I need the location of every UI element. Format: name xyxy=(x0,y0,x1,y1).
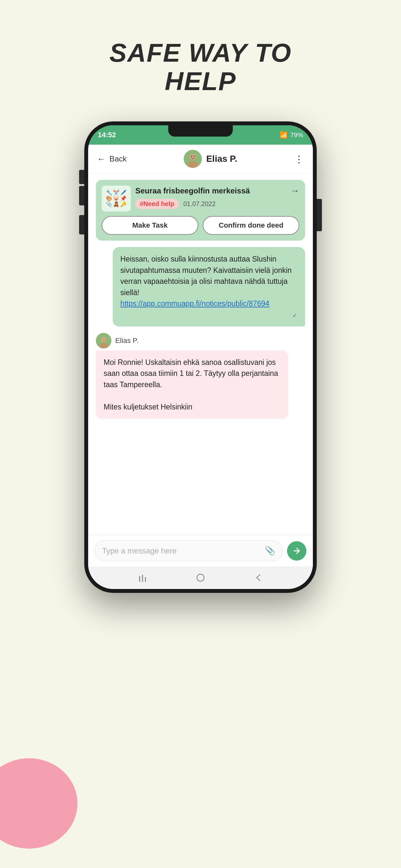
back-arrow-icon[interactable]: ← xyxy=(97,154,105,164)
author-name: Elias P. xyxy=(115,337,138,345)
svg-rect-9 xyxy=(142,575,143,582)
svg-rect-8 xyxy=(139,576,140,582)
message-link[interactable]: https://app.commuapp.fi/notices/public/8… xyxy=(120,299,270,308)
power-button xyxy=(317,199,322,231)
make-task-button[interactable]: Make Task xyxy=(102,216,198,235)
svg-point-6 xyxy=(101,337,106,342)
message-bubble-theirs: Moi Ronnie! Uskaltaisin ehkä sanoa osall… xyxy=(96,350,288,419)
message-text-theirs: Moi Ronnie! Uskaltaisin ehkä sanoa osall… xyxy=(104,358,278,411)
svg-rect-10 xyxy=(145,577,146,582)
task-card-arrow-icon[interactable]: → xyxy=(290,186,299,196)
author-avatar xyxy=(96,333,112,348)
home-bar xyxy=(88,566,313,589)
attach-icon[interactable]: 📎 xyxy=(265,546,275,556)
chat-header: ← Back Elias P. xyxy=(88,145,313,174)
task-card-info: Seuraa frisbeegolfin merkeissä #Need hel… xyxy=(135,186,286,209)
status-bar-battery: 79% xyxy=(290,131,303,139)
message-checkmark: ✓ xyxy=(120,311,297,320)
volume-up-button xyxy=(79,186,84,206)
chat-menu-icon[interactable]: ⋮ xyxy=(294,153,304,165)
back-label[interactable]: Back xyxy=(110,154,127,163)
decorative-blob xyxy=(0,758,78,848)
back-icon[interactable] xyxy=(250,569,266,586)
task-card-image: 🔧✂️🖊️ 🎨🐷📌 📎🧸🔑 xyxy=(102,186,131,212)
message-text-mine: Heissan, oisko sulla kiinnostusta auttaa… xyxy=(120,255,292,308)
recents-icon[interactable] xyxy=(135,569,151,586)
page-title: SAFE WAY TO HELP xyxy=(110,39,291,96)
mute-button xyxy=(79,170,84,184)
task-card-date: 01.07.2022 xyxy=(183,200,216,208)
volume-down-button xyxy=(79,215,84,235)
message-input-box[interactable]: Type a message here 📎 xyxy=(95,540,282,561)
send-button[interactable] xyxy=(287,541,306,561)
status-bar-time: 14:52 xyxy=(98,131,116,139)
svg-point-3 xyxy=(191,156,192,157)
svg-point-11 xyxy=(197,574,204,581)
task-card: 🔧✂️🖊️ 🎨🐷📌 📎🧸🔑 Seuraa frisbeegolfin merke… xyxy=(96,180,305,241)
contact-name: Elias P. xyxy=(206,154,237,164)
confirm-done-button[interactable]: Confirm done deed xyxy=(203,216,299,235)
message-input-placeholder: Type a message here xyxy=(102,547,177,555)
message-group-theirs: Elias P. Moi Ronnie! Uskaltaisin ehkä sa… xyxy=(96,333,305,419)
svg-point-4 xyxy=(193,156,195,157)
task-card-title: Seuraa frisbeegolfin merkeissä xyxy=(135,186,286,196)
contact-avatar xyxy=(184,150,202,168)
chat-body: 🔧✂️🖊️ 🎨🐷📌 📎🧸🔑 Seuraa frisbeegolfin merke… xyxy=(88,174,313,535)
phone-mockup: 14:52 📶 79% ← Back xyxy=(84,121,317,593)
message-bubble-mine: Heissan, oisko sulla kiinnostusta auttaa… xyxy=(113,247,305,327)
phone-notch xyxy=(168,125,233,136)
home-icon[interactable] xyxy=(192,569,209,586)
status-bar-signal: 📶 xyxy=(280,131,288,139)
chat-input-area: Type a message here 📎 xyxy=(88,535,313,566)
svg-point-1 xyxy=(189,154,196,160)
need-help-badge: #Need help xyxy=(135,199,179,209)
